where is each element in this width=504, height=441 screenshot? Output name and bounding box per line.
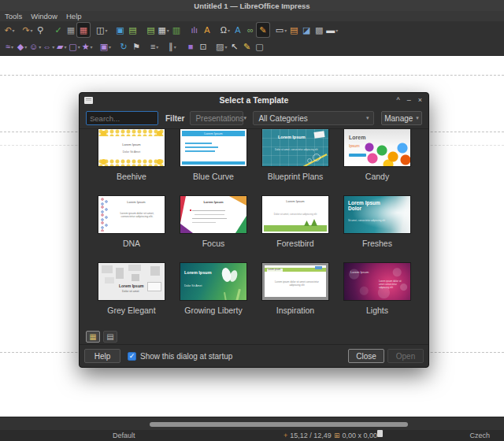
menubar: ToolsWindowHelp	[0, 11, 504, 21]
help-button[interactable]: Help	[84, 349, 120, 363]
template-blueprint-plans[interactable]: Lorem IpsumDolor sit amet, consectetur a…	[254, 129, 336, 196]
rotate-icon[interactable]: ↻	[117, 40, 130, 54]
header-footer-icon[interactable]: ▭▾	[275, 23, 287, 37]
flowchart-icon[interactable]: ▰▾	[55, 40, 68, 54]
dropdown-caret: ▾	[335, 28, 338, 33]
dropdown-caret: ▾	[284, 28, 287, 33]
template-name: Candy	[365, 172, 389, 181]
align-objects-icon[interactable]: ⚑	[130, 40, 143, 54]
template-grey-elegant[interactable]: Lorem IpsumDolor sit ametGrey Elegant	[91, 263, 172, 329]
shadow-icon[interactable]: ■	[184, 40, 197, 54]
list-view-icon[interactable]: ▤	[103, 331, 117, 343]
glue-points-icon[interactable]: ✎	[241, 40, 254, 54]
template-thumbnail: Lorem Ipsum	[180, 129, 246, 166]
chevron-down-icon: ▾	[416, 115, 419, 121]
curves-polygons-icon[interactable]: ≈▾	[3, 40, 16, 54]
fontwork-icon[interactable]: A	[232, 23, 244, 37]
template-candy[interactable]: LoremIpsumCandy	[336, 129, 418, 196]
presentation-minimizer-icon[interactable]: ▩	[313, 23, 325, 37]
insert-table-icon[interactable]: ◫▾	[95, 23, 108, 37]
shade-button[interactable]: ^	[396, 96, 399, 104]
display-views-icon[interactable]: ▣	[113, 23, 126, 37]
close-icon[interactable]: ×	[418, 96, 422, 104]
star-shapes-icon[interactable]: ★▾	[81, 40, 94, 54]
redo-icon[interactable]: ↷▾	[21, 23, 34, 37]
interaction-icon[interactable]: ◪	[300, 23, 313, 37]
template-inspiration[interactable]: Lorem ipsumLorem ipsum dolor sit amet co…	[254, 263, 336, 329]
insert-chart-icon[interactable]: ılı	[188, 23, 201, 37]
thumbnail-view-icon[interactable]: ▦	[86, 331, 100, 343]
template-grid: Lorem IpsumDolor Sit AmetBeehiveLorem Ip…	[91, 129, 418, 329]
template-lights[interactable]: Lorem IpsumLorem ipsum dolor sit amet co…	[336, 263, 418, 329]
dropdown-caret: ▾	[105, 28, 107, 33]
minimize-button[interactable]: –	[407, 96, 411, 104]
horizontal-scrollbar[interactable]	[0, 417, 504, 430]
slide-master-name[interactable]: Default	[113, 430, 135, 441]
dialog-titlebar[interactable]: Select a Template ^ – ×	[80, 93, 428, 107]
filter-icon[interactable]: ▨▾	[215, 40, 228, 54]
category-filter-select[interactable]: All Categories ▾	[253, 111, 374, 125]
show-comments-icon[interactable]: ▢	[254, 40, 266, 54]
template-name: Growing Liberty	[184, 306, 243, 315]
insert-text-frame-icon[interactable]: A	[201, 23, 213, 37]
hyperlink-icon[interactable]: ∞	[244, 23, 257, 37]
spelling-icon[interactable]: ✓	[52, 23, 65, 37]
undo-icon[interactable]: ↶▾	[3, 23, 16, 37]
menu-help[interactable]: Help	[66, 12, 82, 20]
3d-objects-icon[interactable]: ▣▾	[99, 40, 112, 54]
dropdown-caret: ▾	[13, 28, 15, 33]
find-replace-icon[interactable]: ⚲	[34, 23, 46, 37]
template-thumbnail: Lorem IpsumDolor sit amet	[98, 263, 165, 300]
template-thumbnail: Lorem IpsumDolor sit amet, consectetur a…	[262, 129, 328, 166]
template-thumbnail: Lorem Ipsum DolorSit amet, consectetur a…	[344, 196, 410, 233]
dropdown-caret: ▾	[109, 44, 111, 50]
startup-checkbox-label[interactable]: Show this dialog at startup	[140, 352, 232, 361]
close-button[interactable]: Close	[348, 349, 384, 363]
menu-tools[interactable]: Tools	[5, 12, 22, 20]
basic-shapes-icon[interactable]: ◆▾	[16, 40, 28, 54]
template-thumbnail: Lorem ipsumLorem ipsum dolor sit amet co…	[262, 263, 328, 300]
display-mode-icon[interactable]: ▬▾	[325, 23, 339, 37]
symbol-shapes-icon[interactable]: ☺▾	[28, 40, 42, 54]
crop-icon[interactable]: ⊡	[197, 40, 209, 54]
cursor-position: +15,12 / 12,49	[284, 430, 332, 441]
table-icon[interactable]: ▦▾	[157, 23, 169, 37]
type-filter-select[interactable]: Presentations ▾	[190, 111, 243, 125]
manage-button[interactable]: Manage ▾	[381, 111, 422, 125]
window-titlebar[interactable]: Untitled 1 — LibreOffice Impress	[0, 0, 504, 11]
insert-image-icon[interactable]: ▥	[170, 23, 183, 37]
language-status[interactable]: Czech	[469, 430, 490, 441]
special-character-icon[interactable]: Ω▾	[219, 23, 232, 37]
edit-points-icon[interactable]: ↖	[228, 40, 241, 54]
template-growing-liberty[interactable]: Lorem IpsumDolor Sit AmetGrowing Liberty	[172, 263, 254, 329]
open-button[interactable]: Open	[387, 349, 424, 363]
search-input[interactable]	[86, 111, 158, 125]
template-blue-curve[interactable]: Lorem IpsumBlue Curve	[172, 129, 254, 196]
template-focus[interactable]: Lorem IpsumFocus	[172, 196, 254, 263]
duplicate-slide-icon[interactable]: ▤	[144, 23, 157, 37]
startup-checkbox[interactable]: ✓	[128, 352, 136, 361]
template-name: Focus	[202, 239, 225, 248]
insert-textbox-icon[interactable]: ✎	[257, 23, 269, 37]
display-grid-icon[interactable]: ▦	[65, 23, 77, 37]
dropdown-caret: ▾	[24, 44, 27, 50]
horizontal-scrollbar-thumb[interactable]	[150, 422, 408, 427]
template-thumbnail: Lorem IpsumLorem ipsum dolor sit amet co…	[344, 263, 410, 300]
template-dna[interactable]: Lorem IpsumLorem ipsum dolor sit amet, c…	[91, 196, 172, 263]
template-name: DNA	[123, 239, 140, 248]
template-beehive[interactable]: Lorem IpsumDolor Sit AmetBeehive	[91, 129, 172, 196]
dropdown-caret: ▾	[174, 44, 176, 50]
template-name: Inspiration	[276, 306, 314, 315]
block-arrows-icon[interactable]: ⇔▾	[42, 40, 55, 54]
template-forestbird[interactable]: Lorem IpsumDolor sit amet, consectetur a…	[254, 196, 336, 263]
snap-to-grid-icon[interactable]: ▦	[77, 23, 90, 37]
statusbar: Default +15,12 / 12,49 ⊞0,00 x 0,00 Czec…	[0, 430, 504, 441]
distribute-icon[interactable]: ∥▾	[166, 40, 179, 54]
arrange-icon[interactable]: ≡▾	[148, 40, 161, 54]
template-freshes[interactable]: Lorem Ipsum DolorSit amet, consectetur a…	[336, 196, 418, 263]
callout-shapes-icon[interactable]: ▢▾	[68, 40, 80, 54]
menu-window[interactable]: Window	[31, 12, 57, 20]
template-name: Blue Curve	[193, 172, 234, 181]
slide-properties-icon[interactable]: ▤	[287, 23, 300, 37]
new-slide-icon[interactable]: ▤	[126, 23, 139, 37]
